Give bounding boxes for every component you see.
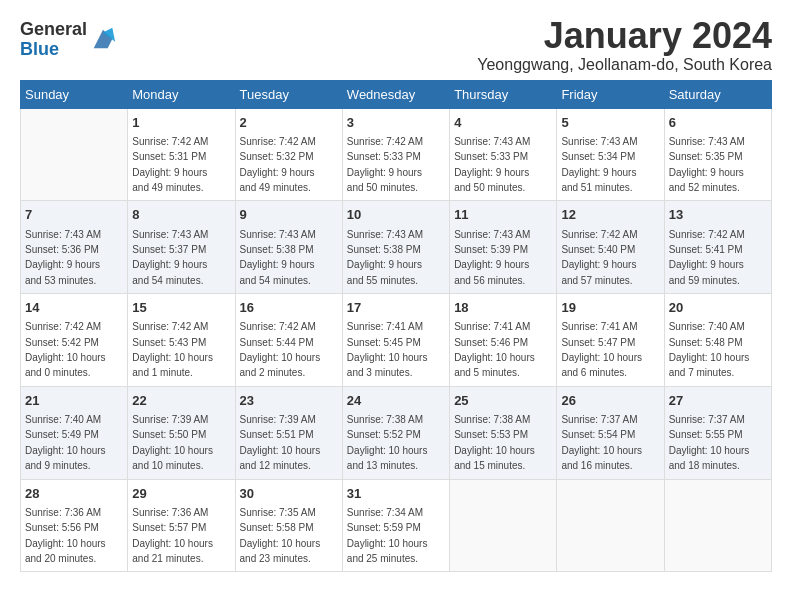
day-number: 11 xyxy=(454,206,552,224)
day-info: Sunrise: 7:39 AM Sunset: 5:50 PM Dayligh… xyxy=(132,414,213,471)
page: General Blue January 2024 Yeonggwang, Je… xyxy=(0,0,792,582)
calendar-cell: 9Sunrise: 7:43 AM Sunset: 5:38 PM Daylig… xyxy=(235,201,342,294)
day-info: Sunrise: 7:42 AM Sunset: 5:43 PM Dayligh… xyxy=(132,321,213,378)
day-number: 18 xyxy=(454,299,552,317)
calendar-cell: 18Sunrise: 7:41 AM Sunset: 5:46 PM Dayli… xyxy=(450,294,557,387)
day-info: Sunrise: 7:37 AM Sunset: 5:55 PM Dayligh… xyxy=(669,414,750,471)
calendar-cell xyxy=(664,479,771,572)
logo: General Blue xyxy=(20,20,117,60)
day-number: 16 xyxy=(240,299,338,317)
day-info: Sunrise: 7:35 AM Sunset: 5:58 PM Dayligh… xyxy=(240,507,321,564)
calendar-cell: 5Sunrise: 7:43 AM Sunset: 5:34 PM Daylig… xyxy=(557,108,664,201)
day-number: 29 xyxy=(132,485,230,503)
title-block: January 2024 Yeonggwang, Jeollanam-do, S… xyxy=(477,16,772,74)
calendar-cell: 4Sunrise: 7:43 AM Sunset: 5:33 PM Daylig… xyxy=(450,108,557,201)
header: General Blue January 2024 Yeonggwang, Je… xyxy=(20,16,772,74)
calendar-cell: 7Sunrise: 7:43 AM Sunset: 5:36 PM Daylig… xyxy=(21,201,128,294)
calendar-cell: 25Sunrise: 7:38 AM Sunset: 5:53 PM Dayli… xyxy=(450,386,557,479)
week-row-5: 28Sunrise: 7:36 AM Sunset: 5:56 PM Dayli… xyxy=(21,479,772,572)
day-info: Sunrise: 7:43 AM Sunset: 5:39 PM Dayligh… xyxy=(454,229,530,286)
calendar-cell: 14Sunrise: 7:42 AM Sunset: 5:42 PM Dayli… xyxy=(21,294,128,387)
day-info: Sunrise: 7:38 AM Sunset: 5:53 PM Dayligh… xyxy=(454,414,535,471)
header-row: SundayMondayTuesdayWednesdayThursdayFrid… xyxy=(21,80,772,108)
day-info: Sunrise: 7:38 AM Sunset: 5:52 PM Dayligh… xyxy=(347,414,428,471)
day-info: Sunrise: 7:42 AM Sunset: 5:42 PM Dayligh… xyxy=(25,321,106,378)
calendar-cell: 24Sunrise: 7:38 AM Sunset: 5:52 PM Dayli… xyxy=(342,386,449,479)
day-info: Sunrise: 7:40 AM Sunset: 5:48 PM Dayligh… xyxy=(669,321,750,378)
day-info: Sunrise: 7:41 AM Sunset: 5:47 PM Dayligh… xyxy=(561,321,642,378)
day-number: 31 xyxy=(347,485,445,503)
day-number: 15 xyxy=(132,299,230,317)
calendar-cell: 26Sunrise: 7:37 AM Sunset: 5:54 PM Dayli… xyxy=(557,386,664,479)
day-info: Sunrise: 7:41 AM Sunset: 5:46 PM Dayligh… xyxy=(454,321,535,378)
calendar-cell: 6Sunrise: 7:43 AM Sunset: 5:35 PM Daylig… xyxy=(664,108,771,201)
day-info: Sunrise: 7:42 AM Sunset: 5:44 PM Dayligh… xyxy=(240,321,321,378)
day-info: Sunrise: 7:42 AM Sunset: 5:31 PM Dayligh… xyxy=(132,136,208,193)
day-number: 21 xyxy=(25,392,123,410)
day-info: Sunrise: 7:40 AM Sunset: 5:49 PM Dayligh… xyxy=(25,414,106,471)
day-number: 14 xyxy=(25,299,123,317)
day-info: Sunrise: 7:42 AM Sunset: 5:40 PM Dayligh… xyxy=(561,229,637,286)
calendar-cell: 21Sunrise: 7:40 AM Sunset: 5:49 PM Dayli… xyxy=(21,386,128,479)
day-number: 3 xyxy=(347,114,445,132)
calendar-cell: 8Sunrise: 7:43 AM Sunset: 5:37 PM Daylig… xyxy=(128,201,235,294)
header-day-wednesday: Wednesday xyxy=(342,80,449,108)
logo-icon xyxy=(89,25,117,53)
day-number: 13 xyxy=(669,206,767,224)
day-info: Sunrise: 7:43 AM Sunset: 5:34 PM Dayligh… xyxy=(561,136,637,193)
day-number: 9 xyxy=(240,206,338,224)
header-day-sunday: Sunday xyxy=(21,80,128,108)
day-info: Sunrise: 7:43 AM Sunset: 5:35 PM Dayligh… xyxy=(669,136,745,193)
day-info: Sunrise: 7:42 AM Sunset: 5:33 PM Dayligh… xyxy=(347,136,423,193)
day-info: Sunrise: 7:41 AM Sunset: 5:45 PM Dayligh… xyxy=(347,321,428,378)
week-row-2: 7Sunrise: 7:43 AM Sunset: 5:36 PM Daylig… xyxy=(21,201,772,294)
day-number: 30 xyxy=(240,485,338,503)
week-row-4: 21Sunrise: 7:40 AM Sunset: 5:49 PM Dayli… xyxy=(21,386,772,479)
day-info: Sunrise: 7:43 AM Sunset: 5:38 PM Dayligh… xyxy=(347,229,423,286)
day-number: 25 xyxy=(454,392,552,410)
calendar-body: 1Sunrise: 7:42 AM Sunset: 5:31 PM Daylig… xyxy=(21,108,772,572)
day-info: Sunrise: 7:34 AM Sunset: 5:59 PM Dayligh… xyxy=(347,507,428,564)
calendar-cell: 23Sunrise: 7:39 AM Sunset: 5:51 PM Dayli… xyxy=(235,386,342,479)
calendar-cell: 29Sunrise: 7:36 AM Sunset: 5:57 PM Dayli… xyxy=(128,479,235,572)
day-number: 5 xyxy=(561,114,659,132)
header-day-tuesday: Tuesday xyxy=(235,80,342,108)
calendar-cell xyxy=(557,479,664,572)
day-number: 19 xyxy=(561,299,659,317)
day-info: Sunrise: 7:43 AM Sunset: 5:38 PM Dayligh… xyxy=(240,229,316,286)
calendar-cell: 1Sunrise: 7:42 AM Sunset: 5:31 PM Daylig… xyxy=(128,108,235,201)
day-info: Sunrise: 7:42 AM Sunset: 5:41 PM Dayligh… xyxy=(669,229,745,286)
calendar-cell: 28Sunrise: 7:36 AM Sunset: 5:56 PM Dayli… xyxy=(21,479,128,572)
header-day-friday: Friday xyxy=(557,80,664,108)
day-number: 10 xyxy=(347,206,445,224)
calendar-cell: 15Sunrise: 7:42 AM Sunset: 5:43 PM Dayli… xyxy=(128,294,235,387)
day-number: 1 xyxy=(132,114,230,132)
day-number: 4 xyxy=(454,114,552,132)
day-number: 24 xyxy=(347,392,445,410)
day-info: Sunrise: 7:37 AM Sunset: 5:54 PM Dayligh… xyxy=(561,414,642,471)
day-number: 12 xyxy=(561,206,659,224)
calendar-cell: 20Sunrise: 7:40 AM Sunset: 5:48 PM Dayli… xyxy=(664,294,771,387)
calendar-cell: 11Sunrise: 7:43 AM Sunset: 5:39 PM Dayli… xyxy=(450,201,557,294)
calendar-cell: 27Sunrise: 7:37 AM Sunset: 5:55 PM Dayli… xyxy=(664,386,771,479)
calendar-cell: 22Sunrise: 7:39 AM Sunset: 5:50 PM Dayli… xyxy=(128,386,235,479)
week-row-3: 14Sunrise: 7:42 AM Sunset: 5:42 PM Dayli… xyxy=(21,294,772,387)
month-title: January 2024 xyxy=(477,16,772,56)
calendar-cell: 19Sunrise: 7:41 AM Sunset: 5:47 PM Dayli… xyxy=(557,294,664,387)
header-day-saturday: Saturday xyxy=(664,80,771,108)
day-number: 17 xyxy=(347,299,445,317)
logo-blue-text: Blue xyxy=(20,40,87,60)
day-info: Sunrise: 7:43 AM Sunset: 5:33 PM Dayligh… xyxy=(454,136,530,193)
week-row-1: 1Sunrise: 7:42 AM Sunset: 5:31 PM Daylig… xyxy=(21,108,772,201)
day-info: Sunrise: 7:36 AM Sunset: 5:57 PM Dayligh… xyxy=(132,507,213,564)
calendar-cell: 13Sunrise: 7:42 AM Sunset: 5:41 PM Dayli… xyxy=(664,201,771,294)
day-number: 7 xyxy=(25,206,123,224)
day-number: 8 xyxy=(132,206,230,224)
day-info: Sunrise: 7:43 AM Sunset: 5:36 PM Dayligh… xyxy=(25,229,101,286)
calendar-cell: 3Sunrise: 7:42 AM Sunset: 5:33 PM Daylig… xyxy=(342,108,449,201)
calendar-cell: 17Sunrise: 7:41 AM Sunset: 5:45 PM Dayli… xyxy=(342,294,449,387)
day-number: 28 xyxy=(25,485,123,503)
header-day-thursday: Thursday xyxy=(450,80,557,108)
day-number: 2 xyxy=(240,114,338,132)
day-info: Sunrise: 7:43 AM Sunset: 5:37 PM Dayligh… xyxy=(132,229,208,286)
